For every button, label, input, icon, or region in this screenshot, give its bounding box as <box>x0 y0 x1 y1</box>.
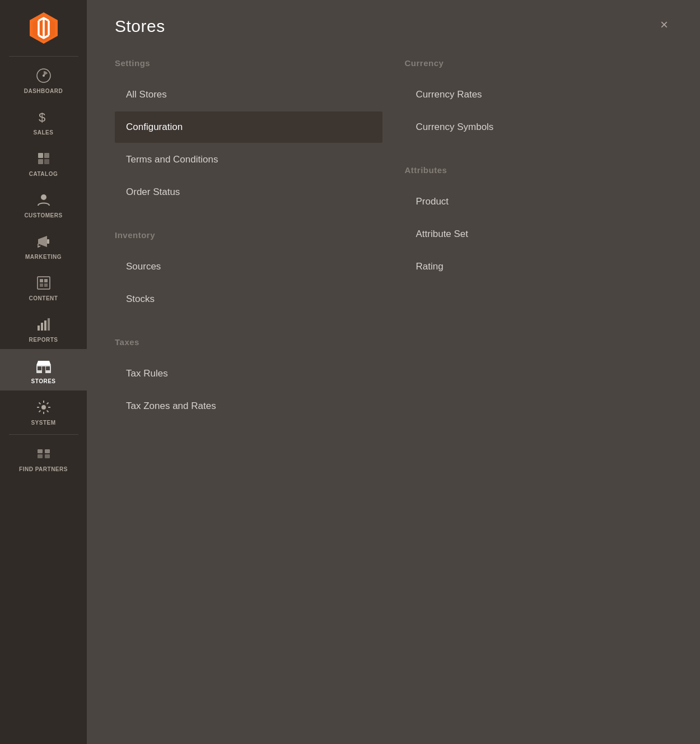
inventory-section-title: Inventory <box>115 230 382 240</box>
panel-title: Stores <box>115 17 165 36</box>
terms-conditions-item[interactable]: Terms and Conditions <box>115 144 382 175</box>
sidebar-item-label: REPORTS <box>29 337 58 343</box>
svg-rect-27 <box>38 454 43 458</box>
sidebar-item-label: SALES <box>34 129 54 136</box>
settings-section: Settings All Stores Configuration Terms … <box>115 58 382 208</box>
svg-rect-21 <box>38 366 41 370</box>
magento-logo <box>26 10 61 45</box>
configuration-item[interactable]: Configuration <box>115 111 382 143</box>
svg-rect-16 <box>38 326 40 331</box>
attribute-set-item[interactable]: Attribute Set <box>405 218 673 250</box>
stocks-item[interactable]: Stocks <box>115 283 382 315</box>
currency-section: Currency Currency Rates Currency Symbols <box>405 58 673 143</box>
dashboard-icon <box>35 67 53 85</box>
svg-text:$: $ <box>39 110 45 124</box>
reports-icon <box>35 315 53 333</box>
sidebar-item-label: FIND PARTNERS <box>19 466 68 473</box>
currency-rates-item[interactable]: Currency Rates <box>405 79 673 110</box>
order-status-item[interactable]: Order Status <box>115 176 382 208</box>
sidebar-item-marketing[interactable]: MARKETING <box>0 225 87 266</box>
svg-rect-5 <box>38 153 43 158</box>
svg-rect-12 <box>40 279 43 282</box>
catalog-icon <box>35 150 53 168</box>
sidebar-item-sales[interactable]: $ SALES <box>0 100 87 142</box>
svg-rect-8 <box>44 159 49 164</box>
find-partners-icon <box>35 445 53 463</box>
sidebar-item-label: CONTENT <box>29 295 58 302</box>
svg-rect-7 <box>38 159 43 164</box>
sidebar-item-stores[interactable]: STORES <box>0 349 87 390</box>
svg-rect-19 <box>48 318 50 331</box>
attributes-section: Attributes Product Attribute Set Rating <box>405 165 673 282</box>
taxes-section-title: Taxes <box>115 337 382 347</box>
sidebar-item-label: CUSTOMERS <box>24 212 62 219</box>
svg-rect-28 <box>45 454 50 458</box>
stores-panel: Stores × Settings All Stores Configurati… <box>87 0 700 472</box>
taxes-section: Taxes Tax Rules Tax Zones and Rates <box>115 337 382 422</box>
sidebar-item-label: MARKETING <box>25 254 62 261</box>
sidebar-item-dashboard[interactable]: DASHBOARD <box>0 59 87 100</box>
sidebar-divider-top <box>9 56 78 57</box>
svg-rect-17 <box>41 323 43 331</box>
tax-rules-item[interactable]: Tax Rules <box>115 358 382 389</box>
main-content: Stores × Settings All Stores Configurati… <box>87 0 700 744</box>
currency-symbols-item[interactable]: Currency Symbols <box>405 111 673 143</box>
sidebar-item-label: DASHBOARD <box>24 88 63 95</box>
sidebar-item-reports[interactable]: REPORTS <box>0 308 87 349</box>
svg-rect-18 <box>44 320 46 331</box>
svg-rect-22 <box>42 366 45 373</box>
sidebar-item-label: STORES <box>31 378 56 385</box>
svg-rect-26 <box>45 449 50 453</box>
customers-icon <box>35 191 53 209</box>
tax-zones-rates-item[interactable]: Tax Zones and Rates <box>115 390 382 422</box>
stores-icon <box>35 357 53 375</box>
menu-grid: Settings All Stores Configuration Terms … <box>115 58 672 444</box>
sources-item[interactable]: Sources <box>115 251 382 282</box>
svg-point-24 <box>41 405 46 410</box>
system-icon <box>35 398 53 416</box>
sales-icon: $ <box>35 108 53 126</box>
sidebar-item-label: CATALOG <box>29 171 58 178</box>
svg-rect-15 <box>44 283 48 287</box>
svg-rect-23 <box>46 366 50 370</box>
rating-item[interactable]: Rating <box>405 251 673 282</box>
logo-container <box>0 0 87 54</box>
sidebar-item-content[interactable]: CONTENT <box>0 266 87 308</box>
settings-section-title: Settings <box>115 58 382 68</box>
sidebar-item-label: SYSTEM <box>31 420 55 426</box>
inventory-section: Inventory Sources Stocks <box>115 230 382 315</box>
svg-rect-10 <box>47 239 49 244</box>
svg-point-3 <box>43 75 45 77</box>
all-stores-item[interactable]: All Stores <box>115 79 382 110</box>
left-column: Settings All Stores Configuration Terms … <box>115 58 382 444</box>
svg-rect-25 <box>38 449 43 453</box>
close-button[interactable]: × <box>656 17 672 32</box>
svg-point-9 <box>41 194 46 200</box>
attributes-section-title: Attributes <box>405 165 673 175</box>
svg-rect-13 <box>44 279 48 282</box>
product-item[interactable]: Product <box>405 186 673 217</box>
svg-rect-11 <box>38 277 50 289</box>
svg-rect-6 <box>44 153 49 158</box>
sidebar-divider-bottom <box>9 434 78 435</box>
sidebar-item-find-partners[interactable]: FIND PARTNERS <box>0 437 87 478</box>
sidebar-item-customers[interactable]: CUSTOMERS <box>0 183 87 225</box>
svg-rect-14 <box>40 283 43 287</box>
right-column: Currency Currency Rates Currency Symbols… <box>405 58 673 444</box>
currency-section-title: Currency <box>405 58 673 68</box>
panel-header: Stores × <box>115 17 672 36</box>
content-icon <box>35 274 53 292</box>
marketing-icon <box>35 232 53 250</box>
sidebar-item-catalog[interactable]: CATALOG <box>0 142 87 183</box>
sidebar: DASHBOARD $ SALES CATALOG CUSTOMERS MARK… <box>0 0 87 744</box>
sidebar-item-system[interactable]: SYSTEM <box>0 390 87 432</box>
